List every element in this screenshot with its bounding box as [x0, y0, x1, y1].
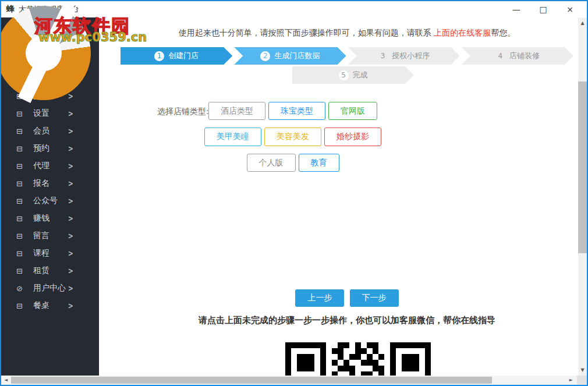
sidebar-item-label: 代理 [33, 161, 49, 171]
sidebar-item-label: 打印 [33, 91, 49, 101]
chevron-right-icon: > [68, 108, 73, 119]
wizard-row-2: 5完成 [121, 66, 573, 84]
step-number: 1 [154, 51, 164, 61]
maximize-button[interactable]: □ [530, 1, 557, 17]
step-number: 3 [378, 51, 388, 61]
menu-box-icon: ⊟ [16, 232, 26, 240]
content-column: 使用起来也十分简单，请按照下面步骤操作即可，如果有问题，请联系 上面的在线客服帮… [121, 17, 573, 172]
shop-type-section: 选择店铺类型: 酒店类型珠宝类型官网版美甲美瞳美容美发婚纱摄影个人版教育 [121, 102, 573, 172]
prev-step-button[interactable]: 上一步 [295, 289, 344, 307]
shop-type-button[interactable]: 美容美发 [264, 128, 321, 146]
sidebar-item-5[interactable]: ⊟打印> [1, 87, 99, 105]
chevron-right-icon: > [68, 248, 73, 258]
menu-slash-icon: ⊘ [16, 284, 26, 293]
shop-type-button[interactable]: 酒店类型 [208, 102, 265, 120]
scroll-down-icon[interactable]: ▼ [578, 367, 587, 373]
close-button[interactable]: × [557, 1, 583, 17]
sidebar-item-label: 用户中心 [33, 283, 66, 293]
wizard-step-2[interactable]: 2生成门店数据 [234, 47, 346, 65]
scrollbar-corner [577, 376, 587, 385]
window-controls: — □ × [503, 1, 583, 17]
step-label: 店铺装修 [509, 51, 540, 61]
shop-type-label: 选择店铺类型: [157, 107, 209, 117]
sidebar-item-16[interactable]: ⊘用户中心> [1, 279, 99, 297]
menu-box-icon: ⊟ [16, 179, 26, 188]
chevron-right-icon: > [68, 73, 73, 84]
sidebar-item-11[interactable]: ⊟公众号> [1, 192, 99, 210]
menu-box-icon: ⊟ [16, 75, 26, 83]
step-label: 授权小程序 [392, 51, 430, 61]
sidebar-item-label: 装修 [33, 73, 49, 84]
app-icon: 蜂 [6, 4, 15, 15]
sidebar-item-label: 设置 [33, 108, 49, 119]
step-number: 5 [339, 70, 349, 80]
step-number: 2 [260, 51, 270, 61]
shop-type-row-2: 美甲美瞳美容美发婚纱摄影 [121, 128, 465, 146]
sidebar-item-label: 课程 [33, 248, 49, 258]
sidebar-item-15[interactable]: ⊟租赁> [1, 262, 99, 279]
sidebar-item-1[interactable]: ⊘订单> [1, 17, 99, 35]
wizard-step-1[interactable]: 1创建门店 [121, 47, 232, 65]
intro-text-pre: 使用起来也十分简单，请按照下面步骤操作即可，如果有问题，请联系 [179, 28, 434, 37]
shop-type-button[interactable]: 官网版 [328, 102, 377, 120]
sidebar-item-14[interactable]: ⊟课程> [1, 245, 99, 262]
scroll-left-icon[interactable]: ◄ [4, 376, 8, 385]
step-label: 完成 [353, 70, 368, 80]
next-step-button[interactable]: 下一步 [350, 289, 399, 307]
sidebar-item-8[interactable]: ⊟预约> [1, 140, 99, 157]
vertical-scrollbar[interactable]: ▲ ▼ [578, 17, 587, 376]
sidebar-menu: ⊘订单>⊘促销>⊟内容>⊟装修>⊟打印>⊟设置>⊟会员>⊟预约>⊟代理>⊟报名>… [1, 17, 99, 376]
sidebar-item-label: 会员 [33, 126, 49, 136]
shop-type-button[interactable]: 个人版 [247, 154, 296, 172]
minimize-button[interactable]: — [503, 1, 530, 17]
chevron-right-icon: > [68, 300, 73, 311]
shop-type-button[interactable]: 珠宝类型 [268, 102, 325, 120]
chevron-right-icon: > [68, 283, 73, 293]
sidebar-item-13[interactable]: ⊟留言> [1, 227, 99, 245]
sidebar-item-12[interactable]: ⊟赚钱> [1, 210, 99, 227]
sidebar-item-label: 订单 [33, 21, 49, 31]
sidebar-item-4[interactable]: ⊟装修> [1, 70, 99, 87]
step-label: 生成门店数据 [274, 51, 320, 61]
horizontal-scrollbar[interactable]: ◄ ► [1, 376, 587, 385]
sidebar-item-2[interactable]: ⊘促销> [1, 35, 99, 52]
sidebar-item-label: 留言 [33, 231, 49, 241]
sidebar-item-9[interactable]: ⊟代理> [1, 157, 99, 175]
vertical-scroll-thumb[interactable] [578, 82, 587, 253]
sidebar-item-label: 餐桌 [33, 300, 49, 311]
online-service-link[interactable]: 上面的在线客服 [434, 28, 491, 37]
sidebar-item-3[interactable]: ⊟内容> [1, 52, 99, 70]
menu-slash-icon: ⊘ [16, 22, 26, 31]
shop-type-button[interactable]: 婚纱摄影 [324, 128, 381, 146]
scroll-right-icon[interactable]: ► [569, 376, 573, 385]
menu-box-icon: ⊟ [16, 162, 26, 171]
app-window: 蜂 大黄蜂小程序后台 — □ × ⊘订单>⊘促销>⊟内容>⊟装修>⊟打印>⊟设置… [0, 0, 588, 386]
sidebar-item-6[interactable]: ⊟设置> [1, 105, 99, 122]
chevron-right-icon: > [68, 126, 73, 136]
wizard-step-5[interactable]: 5完成 [292, 66, 414, 84]
menu-slash-icon: ⊘ [16, 40, 26, 48]
shop-type-button[interactable]: 美甲美瞳 [204, 128, 261, 146]
menu-box-icon: ⊟ [16, 214, 26, 223]
guide-tip: 请点击上面未完成的步骤一步一步操作，你也可以加客服微信，帮你在线指导 [99, 315, 578, 326]
sidebar-item-10[interactable]: ⊟报名> [1, 175, 99, 192]
chevron-right-icon: > [68, 38, 73, 49]
wizard-step-4[interactable]: 4店铺装修 [462, 47, 573, 65]
sidebar-item-17[interactable]: ⊟餐桌> [1, 297, 99, 314]
sidebar-item-7[interactable]: ⊟会员> [1, 122, 99, 140]
shop-type-button[interactable]: 教育 [299, 154, 339, 172]
chevron-right-icon: > [68, 196, 73, 206]
menu-box-icon: ⊟ [16, 144, 26, 153]
scroll-up-icon[interactable]: ▲ [578, 20, 587, 26]
window-title: 大黄蜂小程序后台 [19, 4, 79, 15]
sidebar-item-label: 公众号 [33, 196, 58, 206]
sidebar-item-label: 报名 [33, 178, 49, 189]
chevron-right-icon: > [68, 143, 73, 154]
sidebar-item-label: 预约 [33, 143, 49, 154]
chevron-right-icon: > [68, 178, 73, 189]
wizard-step-3[interactable]: 3授权小程序 [348, 47, 460, 65]
menu-box-icon: ⊟ [16, 249, 26, 258]
menu-box-icon: ⊟ [16, 109, 26, 118]
menu-box-icon: ⊟ [16, 302, 26, 310]
horizontal-scroll-thumb[interactable] [11, 377, 492, 384]
